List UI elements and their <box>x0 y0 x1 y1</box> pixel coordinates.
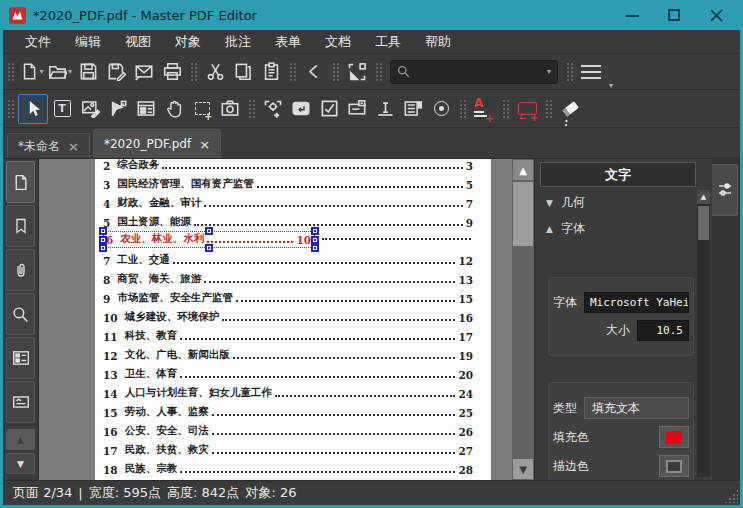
toc-row[interactable]: 16 公安、安全、司法 26 <box>103 419 473 438</box>
search-input[interactable] <box>410 65 546 79</box>
scroll-down-button[interactable]: ▼ <box>513 459 533 479</box>
edit-image-tool[interactable] <box>76 95 104 123</box>
scroll-up-button[interactable]: ▲ <box>513 160 533 180</box>
toolbar-grip[interactable] <box>374 61 383 83</box>
menu-edit[interactable]: 编辑 <box>63 30 113 54</box>
menu-tools[interactable]: 工具 <box>363 30 413 54</box>
toc-row[interactable]: 11 科技、教育 17 <box>103 324 473 343</box>
pdf-viewer[interactable]: 2 综合政务 3 3 国民经济管理、国有资产监管 5 <box>39 159 534 480</box>
open-file-button[interactable]: ▾ <box>46 58 74 86</box>
main-menu-button[interactable]: ▾ <box>577 58 605 86</box>
toc-row[interactable]: 10 城乡建设、环境保护 16 <box>103 305 473 324</box>
copy-button[interactable] <box>229 58 257 86</box>
chevron-down-icon[interactable]: ▾ <box>547 67 551 76</box>
window-resize-grip[interactable] <box>724 489 738 503</box>
toc-text-object[interactable]: 13 卫生、体育 20 <box>103 367 473 381</box>
toolbar-grip[interactable] <box>458 98 467 120</box>
toc-text-object[interactable]: 3 国民经济管理、国有资产监管 5 <box>103 177 473 191</box>
toc-text-object[interactable]: 9 市场监管、安全生产监管 15 <box>103 291 473 305</box>
save-button[interactable] <box>74 58 102 86</box>
sidebar-scroll-up-button[interactable]: ▲ <box>6 429 35 450</box>
menu-file[interactable]: 文件 <box>13 30 63 54</box>
toc-row[interactable]: 3 国民经济管理、国有资产监管 5 <box>103 172 473 191</box>
select-area-tool[interactable]: + <box>188 95 216 123</box>
text-annotation-tool[interactable]: A+ <box>470 95 498 123</box>
toc-text-object[interactable]: 7 工业、交通 12 <box>103 253 473 267</box>
menu-forms[interactable]: 表单 <box>263 30 313 54</box>
radio-button-tool[interactable] <box>427 95 455 123</box>
toc-row[interactable]: 18 民族、宗教 28 <box>103 457 473 476</box>
form-fields-button[interactable] <box>6 337 35 379</box>
menu-view[interactable]: 视图 <box>113 30 163 54</box>
menu-object[interactable]: 对象 <box>163 30 213 54</box>
toc-text-object[interactable]: 4 财政、金融、审计 7 <box>103 196 473 210</box>
toc-text-object[interactable]: 8 商贸、海关、旅游 13 <box>103 272 473 286</box>
screenshot-tool[interactable] <box>216 95 244 123</box>
font-size-field[interactable]: 10.5 <box>637 320 689 341</box>
link-tool[interactable] <box>259 95 287 123</box>
toc-row[interactable]: 8 商贸、海关、旅游 13 <box>103 267 473 286</box>
paste-button[interactable] <box>257 58 285 86</box>
page-thumbnails-button[interactable] <box>6 161 35 203</box>
close-icon[interactable]: × <box>68 140 79 153</box>
print-button[interactable] <box>158 58 186 86</box>
panel-scrollbar-thumb[interactable] <box>698 206 709 240</box>
search-panel-button[interactable] <box>6 293 35 335</box>
toc-text-object[interactable]: 10 城乡建设、环境保护 16 <box>103 310 473 324</box>
vertical-scrollbar[interactable]: ▲ ▼ <box>512 159 534 480</box>
type-select[interactable]: 填充文本 <box>584 397 689 419</box>
toc-row[interactable]: 6 农业、林业、水利 10 <box>103 229 473 248</box>
hand-pan-tool[interactable] <box>160 95 188 123</box>
send-email-button[interactable] <box>130 58 158 86</box>
toc-text-object[interactable]: 12 文化、广电、新闻出版 19 <box>103 348 473 362</box>
section-font[interactable]: ▲ 字体 <box>540 213 696 239</box>
toc-row[interactable]: 7 工业、交通 12 <box>103 248 473 267</box>
toc-text-object[interactable]: 11 科技、教育 17 <box>103 329 473 343</box>
toc-row[interactable]: 13 卫生、体育 20 <box>103 362 473 381</box>
scrollbar-thumb[interactable] <box>513 182 533 246</box>
pdf-page[interactable]: 2 综合政务 3 3 国民经济管理、国有资产监管 5 <box>95 159 491 480</box>
combo-box-tool[interactable] <box>343 95 371 123</box>
toc-text-object[interactable]: 16 公安、安全、司法 26 <box>103 424 473 438</box>
toolbar-grip[interactable] <box>288 61 297 83</box>
edit-forms-tool[interactable] <box>132 95 160 123</box>
toolbar-grip[interactable] <box>331 61 340 83</box>
close-button[interactable] <box>695 0 737 30</box>
fit-selection-button[interactable] <box>343 58 371 86</box>
properties-panel-tab[interactable] <box>712 164 738 216</box>
list-box-tool[interactable] <box>399 95 427 123</box>
menu-annotation[interactable]: 批注 <box>213 30 263 54</box>
maximize-button[interactable] <box>653 0 695 30</box>
toc-row[interactable]: 2 综合政务 3 <box>103 159 473 172</box>
toc-row[interactable]: 15 劳动、人事、监察 25 <box>103 400 473 419</box>
edit-path-tool[interactable] <box>104 95 132 123</box>
sidebar-scroll-down-button[interactable]: ▼ <box>6 453 35 474</box>
toolbar-grip[interactable] <box>501 98 510 120</box>
toc-text-object[interactable]: 14 人口与计划生育、妇女儿童工作 24 <box>103 386 473 400</box>
previous-view-button[interactable] <box>300 58 328 86</box>
toolbar-grip[interactable] <box>544 98 553 120</box>
eraser-tool[interactable] <box>556 95 584 123</box>
sticky-note-tool[interactable]: + <box>513 95 541 123</box>
toolbar-grip[interactable] <box>247 98 256 120</box>
toolbar-grip[interactable] <box>565 61 574 83</box>
edit-objects-tool[interactable] <box>18 94 48 124</box>
push-button-tool[interactable] <box>287 95 315 123</box>
toc-text-object[interactable]: 2 综合政务 3 <box>103 159 473 172</box>
toolbar-grip[interactable] <box>6 98 15 120</box>
toc-text-object[interactable]: 6 农业、林业、水利 10 <box>103 231 315 248</box>
save-as-button[interactable] <box>102 58 130 86</box>
minimize-button[interactable] <box>611 0 653 30</box>
edit-text-tool[interactable]: T <box>48 95 76 123</box>
toc-row[interactable]: 9 市场监管、安全生产监管 15 <box>103 286 473 305</box>
toc-row[interactable]: 17 民政、扶贫、救灾 27 <box>103 438 473 457</box>
bookmarks-button[interactable] <box>6 205 35 247</box>
font-family-field[interactable]: Microsoft YaHei <box>584 292 689 313</box>
toolbar-grip[interactable] <box>189 61 198 83</box>
section-geometry[interactable]: ▼ 几何 <box>540 187 696 213</box>
toc-text-object[interactable]: 18 民族、宗教 28 <box>103 462 473 476</box>
panel-scrollbar[interactable]: ▲ <box>697 190 710 477</box>
menu-document[interactable]: 文档 <box>313 30 363 54</box>
attachments-button[interactable] <box>6 249 35 291</box>
checkbox-tool[interactable] <box>315 95 343 123</box>
